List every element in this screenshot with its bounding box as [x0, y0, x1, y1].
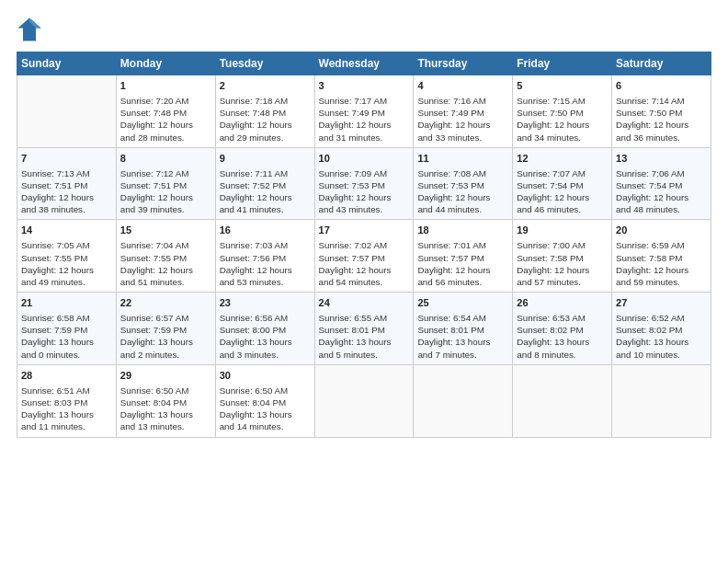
day-info: Sunrise: 7:08 AM Sunset: 7:53 PM Dayligh… [417, 167, 508, 216]
col-header-friday: Friday [513, 52, 612, 75]
day-info: Sunrise: 7:05 AM Sunset: 7:55 PM Dayligh… [21, 239, 112, 288]
day-info: Sunrise: 6:51 AM Sunset: 8:03 PM Dayligh… [21, 385, 112, 433]
day-info: Sunrise: 7:18 AM Sunset: 7:48 PM Dayligh… [220, 95, 311, 144]
day-number: 27 [616, 296, 707, 310]
calendar-cell: 24Sunrise: 6:55 AM Sunset: 8:01 PM Dayli… [314, 293, 414, 365]
day-info: Sunrise: 6:50 AM Sunset: 8:04 PM Dayligh… [120, 385, 211, 433]
col-header-tuesday: Tuesday [215, 52, 314, 75]
day-number: 22 [120, 296, 211, 310]
calendar-cell: 27Sunrise: 6:52 AM Sunset: 8:02 PM Dayli… [612, 293, 711, 365]
day-info: Sunrise: 6:55 AM Sunset: 8:01 PM Dayligh… [319, 312, 410, 361]
day-info: Sunrise: 6:58 AM Sunset: 7:59 PM Dayligh… [21, 312, 112, 361]
day-info: Sunrise: 6:57 AM Sunset: 7:59 PM Dayligh… [120, 312, 211, 361]
day-info: Sunrise: 6:54 AM Sunset: 8:01 PM Dayligh… [417, 312, 508, 361]
day-number: 1 [120, 79, 211, 93]
day-number: 24 [319, 296, 410, 310]
calendar-header-row: SundayMondayTuesdayWednesdayThursdayFrid… [17, 52, 711, 75]
calendar-week-2: 7Sunrise: 7:13 AM Sunset: 7:51 PM Daylig… [17, 147, 711, 220]
day-info: Sunrise: 7:11 AM Sunset: 7:52 PM Dayligh… [220, 167, 311, 216]
day-info: Sunrise: 7:20 AM Sunset: 7:48 PM Dayligh… [120, 95, 211, 144]
calendar-cell [513, 364, 612, 437]
calendar-cell [414, 364, 513, 437]
day-info: Sunrise: 7:07 AM Sunset: 7:54 PM Dayligh… [517, 167, 608, 216]
calendar-cell: 30Sunrise: 6:50 AM Sunset: 8:04 PM Dayli… [215, 364, 314, 437]
day-info: Sunrise: 7:15 AM Sunset: 7:50 PM Dayligh… [517, 95, 608, 144]
calendar-cell: 1Sunrise: 7:20 AM Sunset: 7:48 PM Daylig… [116, 75, 215, 148]
day-info: Sunrise: 6:59 AM Sunset: 7:58 PM Dayligh… [616, 239, 707, 288]
day-number: 6 [616, 79, 707, 93]
day-number: 20 [616, 224, 707, 237]
day-number: 8 [120, 152, 211, 166]
page-container: SundayMondayTuesdayWednesdayThursdayFrid… [0, 0, 728, 447]
day-number: 29 [120, 369, 211, 383]
day-number: 2 [220, 79, 311, 93]
day-number: 30 [220, 369, 311, 383]
calendar-cell: 20Sunrise: 6:59 AM Sunset: 7:58 PM Dayli… [612, 220, 711, 293]
calendar-cell: 19Sunrise: 7:00 AM Sunset: 7:58 PM Dayli… [513, 220, 612, 293]
day-number: 21 [21, 296, 112, 310]
day-info: Sunrise: 7:16 AM Sunset: 7:49 PM Dayligh… [417, 95, 508, 144]
day-info: Sunrise: 7:09 AM Sunset: 7:53 PM Dayligh… [319, 167, 410, 216]
day-info: Sunrise: 7:06 AM Sunset: 7:54 PM Dayligh… [616, 167, 707, 216]
day-number: 5 [517, 79, 608, 93]
day-info: Sunrise: 7:17 AM Sunset: 7:49 PM Dayligh… [319, 95, 410, 144]
calendar-cell: 26Sunrise: 6:53 AM Sunset: 8:02 PM Dayli… [513, 293, 612, 365]
day-number: 16 [220, 224, 311, 237]
day-info: Sunrise: 7:01 AM Sunset: 7:57 PM Dayligh… [417, 239, 508, 288]
calendar-cell: 3Sunrise: 7:17 AM Sunset: 7:49 PM Daylig… [314, 75, 414, 148]
calendar-table: SundayMondayTuesdayWednesdayThursdayFrid… [17, 52, 711, 438]
logo-icon [17, 17, 42, 42]
calendar-cell: 29Sunrise: 6:50 AM Sunset: 8:04 PM Dayli… [116, 364, 215, 437]
calendar-cell [314, 364, 414, 437]
day-number: 26 [517, 296, 608, 310]
calendar-cell: 8Sunrise: 7:12 AM Sunset: 7:51 PM Daylig… [116, 147, 215, 220]
calendar-cell: 16Sunrise: 7:03 AM Sunset: 7:56 PM Dayli… [215, 220, 314, 293]
calendar-cell: 2Sunrise: 7:18 AM Sunset: 7:48 PM Daylig… [215, 75, 314, 148]
day-info: Sunrise: 6:52 AM Sunset: 8:02 PM Dayligh… [616, 312, 707, 361]
day-number: 14 [21, 224, 112, 237]
calendar-cell [17, 75, 117, 148]
day-number: 9 [220, 152, 311, 166]
day-number: 18 [417, 224, 508, 237]
day-info: Sunrise: 7:04 AM Sunset: 7:55 PM Dayligh… [120, 239, 211, 288]
day-number: 15 [120, 224, 211, 237]
calendar-cell: 18Sunrise: 7:01 AM Sunset: 7:57 PM Dayli… [414, 220, 513, 293]
day-number: 23 [220, 296, 311, 310]
calendar-week-1: 1Sunrise: 7:20 AM Sunset: 7:48 PM Daylig… [17, 75, 711, 148]
col-header-wednesday: Wednesday [314, 52, 414, 75]
day-info: Sunrise: 7:14 AM Sunset: 7:50 PM Dayligh… [616, 95, 707, 144]
calendar-cell: 11Sunrise: 7:08 AM Sunset: 7:53 PM Dayli… [414, 147, 513, 220]
calendar-cell: 5Sunrise: 7:15 AM Sunset: 7:50 PM Daylig… [513, 75, 612, 148]
calendar-cell: 13Sunrise: 7:06 AM Sunset: 7:54 PM Dayli… [612, 147, 711, 220]
day-info: Sunrise: 6:53 AM Sunset: 8:02 PM Dayligh… [517, 312, 608, 361]
calendar-cell: 10Sunrise: 7:09 AM Sunset: 7:53 PM Dayli… [314, 147, 414, 220]
day-number: 4 [417, 79, 508, 93]
day-number: 25 [417, 296, 508, 310]
calendar-cell: 9Sunrise: 7:11 AM Sunset: 7:52 PM Daylig… [215, 147, 314, 220]
logo [17, 17, 46, 42]
calendar-cell: 7Sunrise: 7:13 AM Sunset: 7:51 PM Daylig… [17, 147, 117, 220]
calendar-cell: 12Sunrise: 7:07 AM Sunset: 7:54 PM Dayli… [513, 147, 612, 220]
calendar-cell: 15Sunrise: 7:04 AM Sunset: 7:55 PM Dayli… [116, 220, 215, 293]
col-header-thursday: Thursday [414, 52, 513, 75]
col-header-monday: Monday [116, 52, 215, 75]
day-info: Sunrise: 6:50 AM Sunset: 8:04 PM Dayligh… [220, 385, 311, 433]
header [17, 17, 711, 42]
day-number: 7 [21, 152, 112, 166]
day-info: Sunrise: 7:00 AM Sunset: 7:58 PM Dayligh… [517, 239, 608, 288]
calendar-week-5: 28Sunrise: 6:51 AM Sunset: 8:03 PM Dayli… [17, 364, 711, 437]
day-number: 13 [616, 152, 707, 166]
day-number: 28 [21, 369, 112, 383]
day-info: Sunrise: 7:12 AM Sunset: 7:51 PM Dayligh… [120, 167, 211, 216]
calendar-cell: 6Sunrise: 7:14 AM Sunset: 7:50 PM Daylig… [612, 75, 711, 148]
day-number: 19 [517, 224, 608, 237]
calendar-cell: 21Sunrise: 6:58 AM Sunset: 7:59 PM Dayli… [17, 293, 117, 365]
calendar-cell: 25Sunrise: 6:54 AM Sunset: 8:01 PM Dayli… [414, 293, 513, 365]
calendar-cell: 22Sunrise: 6:57 AM Sunset: 7:59 PM Dayli… [116, 293, 215, 365]
calendar-cell: 28Sunrise: 6:51 AM Sunset: 8:03 PM Dayli… [17, 364, 117, 437]
day-info: Sunrise: 6:56 AM Sunset: 8:00 PM Dayligh… [220, 312, 311, 361]
day-number: 11 [417, 152, 508, 166]
calendar-cell: 23Sunrise: 6:56 AM Sunset: 8:00 PM Dayli… [215, 293, 314, 365]
day-number: 12 [517, 152, 608, 166]
col-header-sunday: Sunday [17, 52, 117, 75]
